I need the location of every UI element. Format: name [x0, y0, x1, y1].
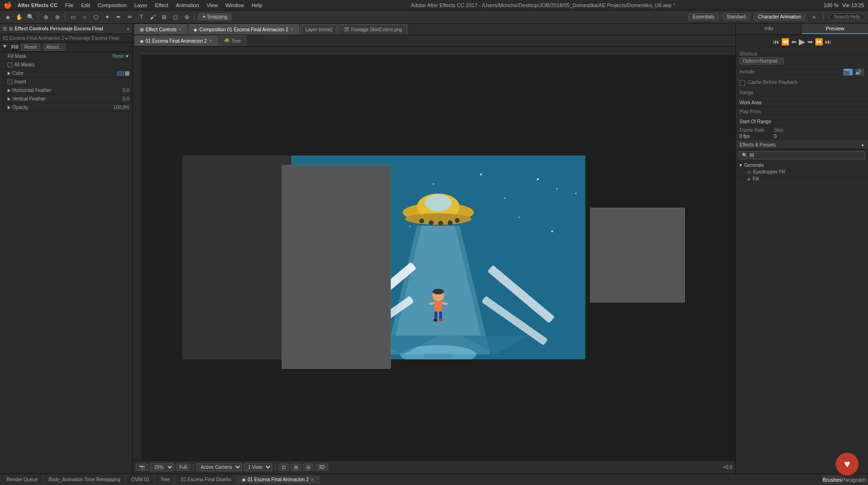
rect-tool-icon[interactable]: ▭	[68, 12, 78, 22]
transport-step-fwd-btn[interactable]: ➡	[807, 38, 813, 46]
ec-fill-mask-value[interactable]: None	[112, 54, 124, 59]
rp-include-audio[interactable]: 🔊	[855, 69, 864, 75]
rp-work-area-option[interactable]: Work Area	[736, 99, 868, 107]
ec-reset-btn[interactable]: Reset	[21, 44, 40, 51]
transport-next-btn[interactable]: ⏩	[815, 38, 823, 46]
snapping-btn[interactable]: ✦ Snapping	[198, 13, 231, 20]
rp-skip-value[interactable]: 0	[774, 134, 783, 139]
rp-frame-rate-value[interactable]: 0 fps	[739, 134, 765, 139]
comp-subtab-close[interactable]: ✕	[209, 38, 212, 43]
apple-menu[interactable]: 🍎	[4, 1, 12, 9]
tab-ec-close[interactable]: ✕	[178, 27, 182, 32]
rp-eyedropper-fill-item[interactable]: ◎ Eyedropper Fill	[739, 168, 864, 175]
rp-ep-search-input[interactable]	[749, 153, 862, 158]
menu-edit[interactable]: Edit	[81, 2, 90, 8]
transport-prev-btn[interactable]: ⏪	[781, 38, 789, 46]
vc-3d-btn[interactable]: 3D	[315, 464, 328, 471]
workspace-standard[interactable]: Standard	[722, 13, 750, 20]
ec-vf-triangle[interactable]	[8, 97, 10, 101]
rp-generate-row[interactable]: ▾ Generate	[739, 162, 864, 168]
vc-snapshot-btn[interactable]: 📷	[136, 464, 148, 471]
pen-tool-icon[interactable]: ✏	[125, 12, 135, 22]
ec-opacity-triangle[interactable]	[8, 106, 10, 110]
selection-tool-icon[interactable]: ◈	[3, 12, 12, 22]
rp-ep-header[interactable]: Effects & Presets ▸	[736, 141, 868, 149]
vc-region-btn[interactable]: ⊡	[278, 464, 289, 471]
logo-button[interactable]: ♥	[836, 453, 859, 476]
render-queue-tab[interactable]: Render Queue	[2, 476, 43, 484]
ec-about-btn[interactable]: About...	[43, 44, 66, 51]
tab-effect-controls[interactable]: ⊞ Effect Controls ✕	[135, 24, 187, 35]
workspace-expand-icon[interactable]: »	[809, 12, 819, 22]
comp-subtab-tree[interactable]: 🌳 Tree	[219, 36, 246, 46]
search-help-input[interactable]: Search Help	[829, 13, 865, 20]
ec-expand-icon[interactable]: »	[127, 26, 129, 31]
transport-last-btn[interactable]: ⏭	[825, 38, 831, 46]
ec-triangle-fill[interactable]	[3, 45, 7, 50]
tab-layer-none[interactable]: Layer (none)	[300, 24, 338, 35]
tl-tab-ovni[interactable]: OVNI 01	[127, 476, 155, 484]
ec-color-swatch-1[interactable]	[117, 71, 124, 76]
brush-tool-icon[interactable]: 🖌	[148, 12, 157, 22]
vc-view-select[interactable]: 1 View	[244, 463, 272, 471]
stamp-tool-icon[interactable]: ⊞	[159, 12, 169, 22]
menu-layer[interactable]: Layer	[134, 2, 148, 8]
rp-tab-info[interactable]: Info	[736, 24, 802, 34]
bezier-tool-icon[interactable]: ✒	[114, 12, 123, 22]
ec-color-triangle[interactable]	[8, 72, 10, 75]
ec-v-feather-value[interactable]: 0.0	[123, 96, 129, 101]
rp-start-range-option[interactable]: Start Of Range	[736, 118, 868, 126]
app-name[interactable]: After Effects CC	[18, 2, 57, 8]
ec-fill-mask-dropdown[interactable]: ▼	[125, 54, 129, 59]
ec-invert-checkbox[interactable]	[8, 80, 12, 84]
workspace-character[interactable]: Character Animation	[754, 13, 805, 20]
polygon-tool-icon[interactable]: ⬡	[91, 12, 101, 22]
camera-rotation-tool[interactable]: ⊕	[41, 12, 51, 22]
camera-orbit-tool[interactable]: ⊗	[53, 12, 62, 22]
workspace-essentials[interactable]: Essentials	[688, 13, 719, 20]
br-tab-brushes[interactable]: Brushes	[822, 476, 841, 484]
transport-first-btn[interactable]: ⏮	[773, 38, 779, 46]
rp-include-video[interactable]: 🎬	[843, 69, 853, 75]
menu-view[interactable]: View	[207, 2, 218, 8]
menu-animation[interactable]: Animation	[176, 2, 199, 8]
ellipse-tool-icon[interactable]: ○	[80, 12, 89, 22]
tl-tab-diseño[interactable]: 01 Escena Final Diseño	[176, 476, 236, 484]
star-tool-icon[interactable]: ✦	[102, 12, 112, 22]
hand-tool-icon[interactable]: ✋	[14, 12, 24, 22]
menu-composition[interactable]: Composition	[98, 2, 127, 8]
menu-effect[interactable]: Effect	[155, 2, 168, 8]
tl-tab-animacion-close[interactable]: ✕	[311, 477, 314, 482]
eraser-tool-icon[interactable]: ◻	[171, 12, 180, 22]
vc-resolution-btn[interactable]: Full	[176, 464, 190, 471]
menu-help[interactable]: Help	[251, 2, 262, 8]
rp-fill-item[interactable]: ◈ Fill	[739, 175, 864, 183]
comp-subtab-main[interactable]: ◈ 01 Escena Final Animacion 2 ✕	[135, 36, 218, 46]
rp-tab-preview[interactable]: Preview	[802, 24, 868, 34]
tl-tab-tree[interactable]: Tree	[156, 476, 175, 484]
tl-tab-body[interactable]: Body_Animation Time Remapping	[44, 476, 126, 484]
ec-color-swatch-2[interactable]	[125, 71, 129, 76]
ec-hf-triangle[interactable]	[8, 89, 10, 92]
vc-guide-btn[interactable]: ⊟	[303, 464, 314, 471]
vc-zoom-select[interactable]: 25%	[150, 463, 174, 471]
ec-collapse-icon[interactable]: ☰	[3, 26, 7, 31]
ec-opacity-value[interactable]: 100,0%	[113, 105, 129, 110]
br-tab-paragraph[interactable]: Paragraph	[842, 476, 866, 484]
vc-camera-select[interactable]: Active Camera	[196, 463, 242, 471]
zoom-tool-icon[interactable]: 🔍	[26, 12, 35, 22]
tab-footage[interactable]: 🎬 Footage SkinColors.png	[338, 24, 407, 35]
puppet-tool-icon[interactable]: ⊛	[182, 12, 192, 22]
ec-h-feather-value[interactable]: 0.0	[123, 88, 129, 93]
transport-step-back-btn[interactable]: ⬅	[791, 38, 797, 46]
menu-file[interactable]: File	[65, 2, 74, 8]
tl-tab-animacion[interactable]: ◈ 01 Escena Final Animacion 2 ✕	[237, 476, 320, 484]
ec-all-masks-checkbox[interactable]	[8, 63, 12, 67]
menu-window[interactable]: Window	[225, 2, 244, 8]
tab-composition[interactable]: ◈ Composition 01 Escena Final Animacion …	[188, 24, 299, 35]
type-tool-icon[interactable]: T	[137, 12, 146, 22]
rp-cache-checkbox[interactable]	[739, 80, 745, 86]
transport-play-btn[interactable]: ▶	[799, 37, 805, 47]
tab-comp-close[interactable]: ✕	[290, 27, 294, 32]
vc-grid-btn[interactable]: ⊞	[291, 464, 301, 471]
